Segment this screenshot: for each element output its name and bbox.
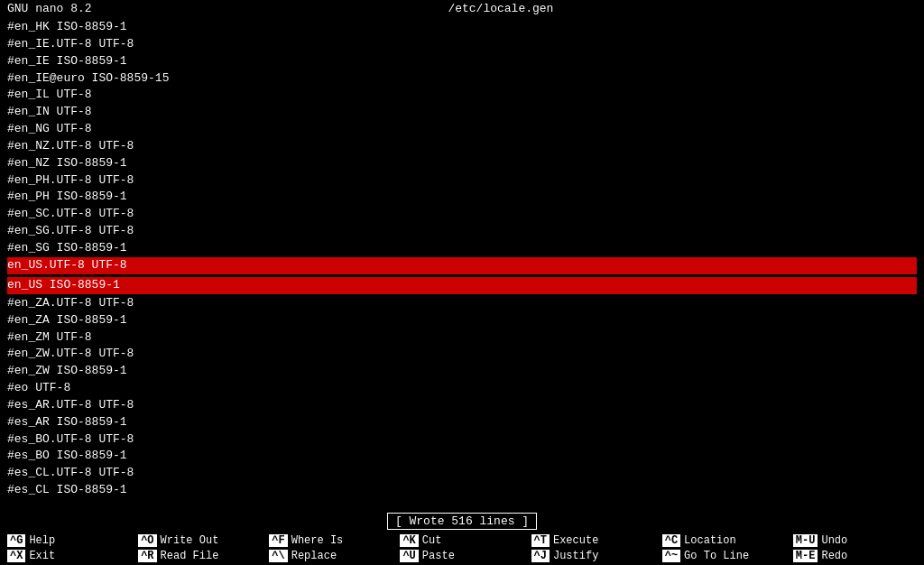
shortcut-key: ^K	[400, 534, 418, 547]
shortcut-undo[interactable]: M-UUndo	[790, 533, 920, 548]
shortcut-help[interactable]: ^GHelp	[4, 533, 134, 548]
shortcut-key: ^G	[7, 534, 25, 547]
editor-line: #en_IE ISO-8859-1	[7, 53, 917, 70]
editor-line: #en_NG UTF-8	[7, 121, 917, 138]
shortcut-key: M-U	[793, 534, 818, 547]
editor-line: #en_ZM UTF-8	[7, 329, 917, 347]
editor-line: #eo UTF-8	[7, 380, 917, 397]
shortcut-go-to-line[interactable]: ^~Go To Line	[659, 549, 790, 563]
shortcut-label: Execute	[553, 534, 598, 547]
editor-line: #es_AR ISO-8859-1	[7, 414, 917, 431]
editor-line: #en_PH ISO-8859-1	[7, 189, 917, 206]
editor-line: #en_IL UTF-8	[7, 87, 917, 104]
shortcut-key: ^J	[531, 550, 550, 562]
shortcut-key: M-E	[793, 550, 818, 562]
editor-line: #es_AR.UTF-8 UTF-8	[7, 397, 917, 414]
shortcut-key: ^R	[138, 550, 156, 562]
shortcut-label: Help	[29, 534, 55, 547]
shortcut-replace[interactable]: ^\Replace	[265, 549, 396, 563]
shortcut-write-out[interactable]: ^OWrite Out	[134, 533, 265, 548]
editor-line: en_US.UTF-8 UTF-8	[7, 257, 917, 274]
bottom-bar: ^GHelp^OWrite Out^FWhere Is^KCut^TExecut…	[0, 532, 924, 565]
shortcut-label: Redo	[821, 550, 847, 562]
shortcut-justify[interactable]: ^JJustify	[528, 549, 659, 563]
editor-line: #en_NZ ISO-8859-1	[7, 155, 917, 172]
editor-line: #en_ZW.UTF-8 UTF-8	[7, 346, 917, 363]
shortcut-label: Location	[684, 534, 736, 547]
editor-line: #es_BO ISO-8859-1	[7, 448, 917, 465]
editor-line: en_US ISO-8859-1←	[7, 274, 917, 295]
header-right	[910, 2, 917, 15]
shortcut-cut[interactable]: ^KCut	[396, 533, 527, 548]
editor-line: #en_ZW ISO-8859-1	[7, 363, 917, 380]
shortcut-label: Where Is	[291, 534, 344, 547]
shortcut-key: ^U	[400, 550, 418, 562]
shortcut-key: ^O	[138, 534, 156, 547]
shortcut-key: ^T	[531, 534, 550, 547]
editor-line: #en_SG ISO-8859-1	[7, 240, 917, 257]
shortcut-redo[interactable]: M-ERedo	[790, 549, 920, 563]
shortcut-read-file[interactable]: ^RRead File	[134, 549, 265, 563]
shortcut-where-is[interactable]: ^FWhere Is	[265, 533, 396, 548]
editor-line: #es_BO.UTF-8 UTF-8	[7, 431, 917, 449]
shortcut-key: ^X	[7, 550, 25, 562]
editor-line: #en_SC.UTF-8 UTF-8	[7, 206, 917, 223]
editor-line: #en_NZ.UTF-8 UTF-8	[7, 138, 917, 155]
app-name: GNU nano 8.2	[7, 2, 92, 15]
shortcut-label: Cut	[422, 534, 442, 547]
editor-area[interactable]: #en_HK ISO-8859-1#en_IE.UTF-8 UTF-8#en_I…	[0, 17, 924, 511]
file-name: /etc/locale.gen	[448, 2, 553, 15]
shortcut-key: ^C	[662, 534, 680, 547]
shortcut-label: Exit	[29, 550, 55, 562]
status-bar: [ Wrote 516 lines ]	[0, 511, 924, 532]
editor-line: #es_CL ISO-8859-1	[7, 482, 917, 499]
shortcut-exit[interactable]: ^XExit	[4, 549, 134, 563]
shortcut-label: Read File	[161, 550, 219, 562]
shortcut-execute[interactable]: ^TExecute	[528, 533, 659, 548]
shortcut-label: Justify	[553, 550, 598, 562]
shortcut-label: Undo	[821, 534, 847, 547]
shortcut-label: Go To Line	[684, 550, 749, 562]
shortcut-paste[interactable]: ^UPaste	[396, 549, 527, 563]
editor-line: #en_IE@euro ISO-8859-15	[7, 70, 917, 88]
editor-line: #en_IN UTF-8	[7, 104, 917, 121]
editor-line: #en_IE.UTF-8 UTF-8	[7, 36, 917, 53]
editor-line: #en_PH.UTF-8 UTF-8	[7, 172, 917, 190]
editor-line: #en_ZA ISO-8859-1	[7, 312, 917, 329]
editor-line: #en_ZA.UTF-8 UTF-8	[7, 295, 917, 312]
header-bar: GNU nano 8.2 /etc/locale.gen	[0, 0, 924, 17]
shortcut-label: Replace	[291, 550, 337, 562]
editor-line: #en_SG.UTF-8 UTF-8	[7, 223, 917, 240]
lines-container: #en_HK ISO-8859-1#en_IE.UTF-8 UTF-8#en_I…	[7, 19, 917, 499]
shortcut-key: ^~	[662, 550, 680, 562]
editor-line: #en_HK ISO-8859-1	[7, 19, 917, 36]
status-message: [ Wrote 516 lines ]	[387, 513, 537, 530]
shortcut-location[interactable]: ^CLocation	[659, 533, 790, 548]
editor-line: #es_CL.UTF-8 UTF-8	[7, 465, 917, 482]
shortcut-label: Write Out	[161, 534, 219, 547]
shortcut-label: Paste	[422, 550, 455, 562]
shortcut-key: ^\	[269, 550, 287, 562]
shortcut-key: ^F	[269, 534, 287, 547]
